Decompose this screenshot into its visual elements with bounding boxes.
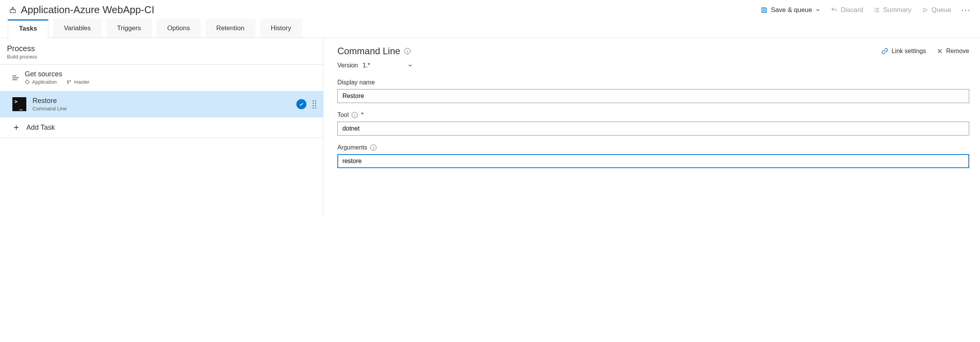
remove-button[interactable]: Remove	[937, 48, 969, 55]
task-detail-title: Command Line	[337, 46, 400, 57]
task-title: Restore	[32, 97, 290, 105]
summary-label: Summary	[883, 6, 912, 14]
list-icon	[873, 7, 880, 14]
process-title: Process	[7, 44, 316, 53]
task-row-restore[interactable]: Restore Command Line	[0, 91, 323, 117]
svg-point-2	[70, 80, 71, 81]
drag-handle-icon[interactable]	[313, 100, 316, 108]
arguments-label: Arguments	[337, 144, 367, 151]
version-label: Version	[337, 62, 358, 69]
tab-variables[interactable]: Variables	[53, 19, 102, 38]
save-queue-label: Save & queue	[771, 6, 812, 14]
sources-icon	[12, 76, 19, 80]
tab-options[interactable]: Options	[156, 19, 201, 38]
get-sources-title: Get sources	[25, 70, 316, 78]
info-icon[interactable]	[352, 112, 358, 118]
save-queue-button[interactable]: Save & queue	[761, 6, 821, 14]
task-type: Command Line	[32, 106, 290, 112]
process-sub: Build process	[7, 54, 316, 60]
get-sources-row[interactable]: Get sources Application master	[0, 65, 323, 91]
arguments-input[interactable]	[337, 154, 969, 168]
ellipsis-icon: ···	[961, 5, 971, 15]
discard-button[interactable]: Discard	[831, 6, 863, 14]
info-icon[interactable]	[404, 48, 410, 54]
link-settings-button[interactable]: Link settings	[881, 48, 926, 55]
play-icon	[922, 7, 929, 14]
queue-label: Queue	[932, 6, 951, 14]
tabstrip: Tasks Variables Triggers Options Retenti…	[0, 19, 980, 38]
add-task-label: Add Task	[26, 124, 316, 132]
add-task-row[interactable]: + Add Task	[0, 117, 323, 138]
discard-label: Discard	[841, 6, 863, 14]
tool-input[interactable]	[337, 122, 969, 136]
undo-icon	[831, 7, 838, 14]
svg-rect-0	[10, 10, 15, 13]
branch-indicator: master	[67, 79, 89, 85]
info-icon[interactable]	[370, 144, 376, 151]
queue-button[interactable]: Queue	[922, 6, 951, 14]
required-marker: *	[361, 112, 363, 119]
display-name-input[interactable]	[337, 89, 969, 103]
pipeline-icon	[9, 7, 16, 14]
svg-point-1	[67, 80, 68, 81]
tab-retention[interactable]: Retention	[205, 19, 255, 38]
plus-icon: +	[12, 123, 20, 132]
more-button[interactable]: ···	[961, 5, 971, 15]
check-icon	[296, 99, 306, 109]
version-value: 1.*	[363, 62, 370, 69]
save-icon	[761, 7, 768, 14]
terminal-icon	[12, 97, 26, 111]
version-dropdown[interactable]	[407, 63, 413, 68]
link-icon	[881, 48, 888, 55]
repo-indicator: Application	[25, 79, 57, 85]
tab-tasks[interactable]: Tasks	[8, 19, 48, 38]
tab-triggers[interactable]: Triggers	[106, 19, 152, 38]
tool-label: Tool	[337, 112, 349, 119]
pipeline-title: Application-Azure WebApp-CI	[21, 4, 154, 16]
tab-history[interactable]: History	[260, 19, 302, 38]
process-block[interactable]: Process Build process	[0, 38, 323, 65]
chevron-down-icon	[815, 7, 821, 13]
summary-button[interactable]: Summary	[873, 6, 912, 14]
display-name-label: Display name	[337, 79, 375, 86]
close-icon	[937, 48, 943, 54]
